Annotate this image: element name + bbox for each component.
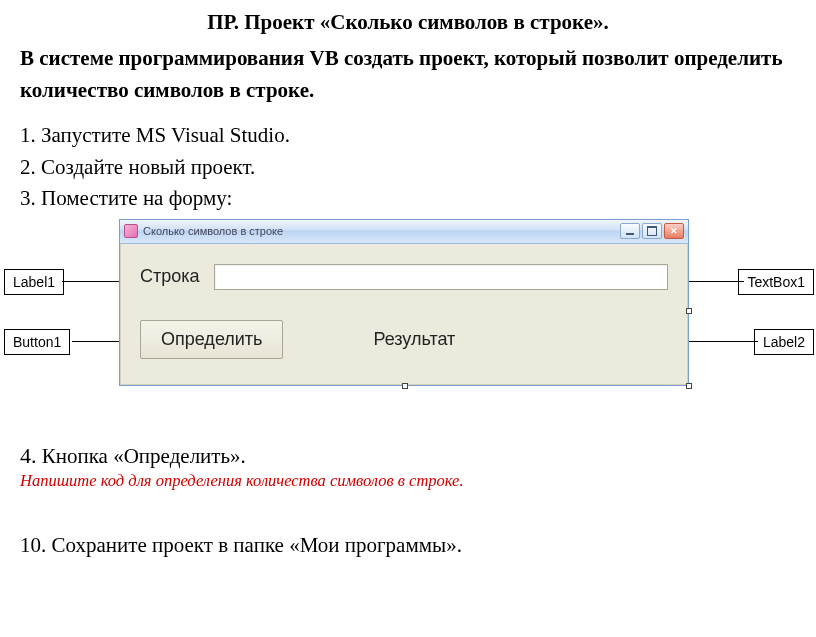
resize-handle-bottom[interactable]: [402, 383, 408, 389]
step-4-text: Кнопка «Определить».: [37, 444, 246, 468]
window-titlebar: Сколько символов в строке: [120, 220, 688, 244]
close-button[interactable]: [664, 223, 684, 239]
maximize-button[interactable]: [642, 223, 662, 239]
app-icon: [124, 224, 138, 238]
app-window: Сколько символов в строке Строка Определ…: [119, 219, 689, 386]
resize-handle-right[interactable]: [686, 308, 692, 314]
step-4-number: 4.: [20, 443, 37, 468]
step-1: 1. Запустите MS Visual Studio.: [20, 120, 796, 152]
define-button[interactable]: Определить: [140, 320, 283, 359]
label-stroka: Строка: [140, 266, 200, 287]
resize-handle-corner[interactable]: [686, 383, 692, 389]
form-body: Строка Определить Результат: [120, 244, 688, 385]
window-title: Сколько символов в строке: [143, 225, 620, 237]
step-2: 2. Создайте новый проект.: [20, 152, 796, 184]
callout-label1: Label1: [4, 269, 64, 295]
step-3: 3. Поместите на форму:: [20, 183, 796, 215]
doc-subtitle: В системе программирования VB создать пр…: [20, 43, 796, 106]
callout-textbox1: TextBox1: [738, 269, 814, 295]
minimize-button[interactable]: [620, 223, 640, 239]
label-result: Результат: [373, 329, 455, 350]
step-4: 4. Кнопка «Определить».: [20, 443, 796, 469]
callout-label2: Label2: [754, 329, 814, 355]
callout-button1: Button1: [4, 329, 70, 355]
step-10: 10. Сохраните проект в папке «Мои програ…: [20, 533, 796, 558]
textbox-input[interactable]: [214, 264, 668, 290]
step-4-hint: Напишите код для определения количества …: [20, 471, 796, 491]
doc-title: ПР. Проект «Сколько символов в строке».: [20, 10, 796, 35]
form-diagram: Label1 Button1 TextBox1 Label2 Сколько с…: [20, 219, 796, 419]
